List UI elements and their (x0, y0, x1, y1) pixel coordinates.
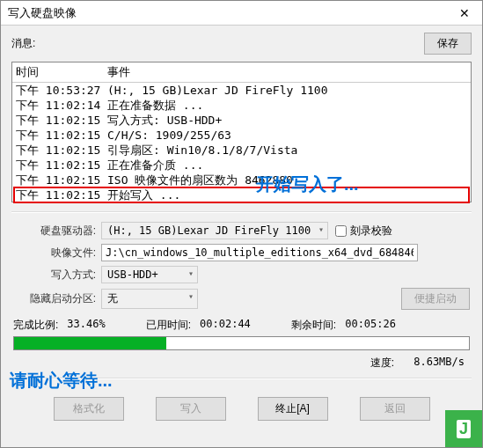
col-event[interactable]: 事件 (107, 64, 471, 80)
log-row: 下午 11:02:15引导扇区: Win10/8.1/8/7/Vista (12, 143, 471, 158)
mode-label: 写入方式: (13, 268, 101, 283)
mode-combo[interactable]: USB-HDD+ (101, 266, 198, 283)
log-row: 下午 11:02:15C/H/S: 1909/255/63 (12, 128, 471, 143)
speed-label: 速度: (370, 356, 394, 371)
log-row: 下午 11:02:15写入方式: USB-HDD+ (12, 113, 471, 128)
dialog-window: 写入硬盘映像 ✕ 消息: 保存 时间 事件 下午 10:53:27(H:, 15… (0, 0, 483, 448)
log-row: 下午 11:02:15ISO 映像文件的扇区数为 8462880 (12, 173, 471, 187)
image-input[interactable] (101, 244, 418, 261)
progress-bar (13, 336, 470, 350)
titlebar: 写入硬盘映像 ✕ (1, 1, 482, 26)
log-row: 下午 11:02:15开始写入 ... (12, 187, 471, 202)
annotation-wait: 请耐心等待... (10, 369, 113, 393)
drive-label: 硬盘驱动器: (13, 224, 101, 239)
verify-checkbox-input[interactable] (335, 225, 347, 237)
hidden-combo[interactable]: 无 (101, 289, 198, 309)
message-row: 消息: 保存 (1, 26, 482, 58)
annotation-start: 开始写入了... (256, 173, 359, 196)
form-area: 硬盘驱动器: (H:, 15 GB)Lexar JD FireFly 1100 … (1, 218, 482, 310)
corner-logo: J (445, 410, 482, 447)
speed-value: 8.63MB/s (413, 356, 465, 371)
abort-button[interactable]: 终止[A] (258, 397, 328, 421)
verify-checkbox[interactable]: 刻录校验 (335, 224, 392, 239)
divider (11, 211, 472, 213)
close-button[interactable]: ✕ (447, 1, 482, 26)
log-row: 下午 10:53:27(H:, 15 GB)Lexar JD FireFly 1… (12, 83, 471, 98)
complete-value: 33.46% (67, 318, 105, 333)
logo-letter: J (457, 420, 471, 438)
save-button[interactable]: 保存 (424, 33, 472, 55)
hidden-label: 隐藏启动分区: (13, 291, 101, 306)
back-button: 返回 (360, 397, 430, 421)
progress-fill (14, 337, 166, 349)
portable-boot-button: 便捷启动 (401, 288, 470, 310)
remain-label: 剩余时间: (291, 318, 336, 333)
elapsed-label: 已用时间: (146, 318, 191, 333)
log-area[interactable]: 时间 事件 下午 10:53:27(H:, 15 GB)Lexar JD Fir… (11, 62, 472, 202)
image-label: 映像文件: (13, 246, 101, 261)
log-row: 下午 11:02:15正在准备介质 ... (12, 158, 471, 173)
format-button: 格式化 (54, 397, 124, 421)
log-header: 时间 事件 (12, 62, 471, 83)
message-label: 消息: (11, 36, 35, 51)
stats-row: 完成比例: 33.46% 已用时间: 00:02:44 剩余时间: 00:05:… (1, 314, 482, 334)
log-row: 下午 11:02:14正在准备数据 ... (12, 98, 471, 113)
col-time[interactable]: 时间 (12, 64, 107, 80)
elapsed-value: 00:02:44 (200, 318, 251, 333)
log-rows: 下午 10:53:27(H:, 15 GB)Lexar JD FireFly 1… (12, 83, 471, 202)
verify-label: 刻录校验 (350, 224, 392, 239)
drive-combo[interactable]: (H:, 15 GB)Lexar JD FireFly 1100 (101, 222, 328, 239)
write-button: 写入 (156, 397, 226, 421)
remain-value: 00:05:26 (345, 318, 396, 333)
complete-label: 完成比例: (13, 318, 58, 333)
window-title: 写入硬盘映像 (8, 5, 77, 21)
